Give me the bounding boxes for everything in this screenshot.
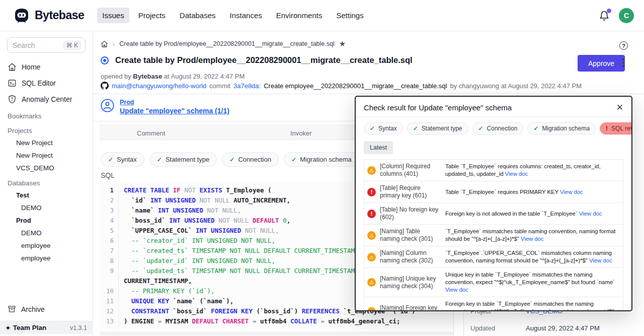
vcs-branch-link[interactable]: main@changyuwong/hello-world bbox=[112, 82, 206, 90]
shield-icon bbox=[8, 95, 17, 104]
archive-icon bbox=[8, 305, 16, 313]
environment-group-prod: Prod bbox=[0, 214, 93, 227]
sidebar-item-demo[interactable]: DEMO bbox=[0, 201, 93, 214]
sidebar-item-new-project[interactable]: New Project bbox=[0, 149, 93, 162]
nav-item-settings[interactable]: Settings bbox=[331, 8, 368, 23]
modal-header: Check result for Update "employee" schem… bbox=[356, 97, 631, 117]
check-pill-syntax[interactable]: ✓Syntax bbox=[101, 152, 144, 167]
issue-title-row: Create table by Prod/employee__202208290… bbox=[101, 55, 413, 65]
check-pill-migration-schema[interactable]: ✓Migration schema bbox=[284, 152, 359, 167]
check-icon: ✓ bbox=[533, 125, 538, 132]
search-box[interactable]: ⌘ K bbox=[7, 37, 86, 53]
check-description: Foreign key is not allowed in the table … bbox=[445, 210, 619, 218]
sidebar-item-employee[interactable]: employee bbox=[0, 239, 93, 252]
nav-item-projects[interactable]: Projects bbox=[133, 8, 171, 23]
issue-status-icon bbox=[101, 56, 109, 64]
bytebase-logo[interactable]: Bytebase bbox=[13, 7, 84, 24]
close-icon[interactable]: ✕ bbox=[616, 103, 623, 112]
check-pill-label: SQL review bbox=[611, 125, 632, 132]
code-line-text: -- PRIMARY KEY (`id`), bbox=[119, 286, 215, 296]
sidebar-item-new-project[interactable]: New Project bbox=[0, 137, 93, 149]
topnav-right: C bbox=[599, 8, 634, 23]
check-result-row: ![Table] Require primary key (601)Table … bbox=[364, 181, 623, 203]
breadcrumb-page[interactable]: Create table by Prod/employee__202208290… bbox=[119, 40, 334, 47]
stage-environment-link[interactable]: Prod bbox=[120, 99, 229, 106]
sidebar-nav: HomeSQL EditorAnomaly Center bbox=[0, 59, 93, 107]
view-doc-link[interactable]: View doc bbox=[560, 189, 583, 195]
check-pill-label: Migration schema bbox=[300, 156, 352, 163]
check-pill-connection[interactable]: ✓Connection bbox=[472, 122, 524, 135]
home-icon bbox=[8, 62, 17, 72]
nav-item-issues[interactable]: Issues bbox=[97, 8, 129, 23]
check-pill-connection[interactable]: ✓Connection bbox=[222, 152, 279, 167]
issue-more-menu[interactable] bbox=[621, 57, 625, 68]
check-rule-name: [Table] No foreign key (602) bbox=[380, 206, 439, 221]
view-doc-link[interactable]: View doc bbox=[445, 287, 468, 293]
code-line-text: -- `created_ts` TIMESTAMP NOT NULL DEFAU… bbox=[119, 246, 362, 256]
plan-bar[interactable]: ✦ Team Plan v1.3.1 bbox=[0, 321, 93, 334]
nav-item-environments[interactable]: Environments bbox=[271, 8, 328, 23]
check-description: Unique key in table `T_Employee` mismatc… bbox=[445, 271, 619, 294]
panel-label: Updated bbox=[470, 324, 526, 332]
check-pill-statement-type[interactable]: ✓Statement type bbox=[149, 152, 217, 167]
assignee-icon bbox=[101, 99, 114, 115]
line-number: 6 bbox=[100, 236, 119, 246]
line-number: 10 bbox=[100, 286, 119, 296]
user-avatar[interactable]: C bbox=[619, 8, 634, 23]
sql-section-label: SQL bbox=[101, 171, 115, 179]
help-icon[interactable]: ? bbox=[619, 41, 628, 50]
sidebar-item-archive[interactable]: Archive bbox=[0, 301, 93, 317]
check-pill-label: Statement type bbox=[166, 156, 209, 163]
sidebar-item-home[interactable]: Home bbox=[0, 59, 93, 75]
code-line-text: `id` INT UNSIGNED NOT NULL AUTO_INCREMEN… bbox=[119, 195, 290, 206]
line-number: 3 bbox=[100, 206, 119, 216]
breadcrumb-separator: › bbox=[113, 40, 115, 48]
check-pill-syntax[interactable]: ✓Syntax bbox=[364, 122, 403, 135]
sidebar-item-sql-editor[interactable]: SQL Editor bbox=[0, 75, 93, 91]
sidebar-item-employee[interactable]: employee bbox=[0, 252, 93, 264]
check-description: `T_Employee` mismatches table naming con… bbox=[445, 228, 619, 243]
approve-button[interactable]: Approve bbox=[578, 55, 625, 72]
breadcrumb-home-icon[interactable] bbox=[101, 40, 108, 48]
check-pill-migration-schema[interactable]: ✓Migration schema bbox=[527, 122, 596, 135]
view-doc-link[interactable]: View doc bbox=[589, 257, 612, 263]
check-result-row: ⚠[Naming] Unique key naming check (304)U… bbox=[364, 268, 623, 297]
column-header-comment: Comment bbox=[137, 129, 165, 137]
code-horizontal-scrollbar[interactable] bbox=[100, 331, 453, 335]
latest-button[interactable]: Latest bbox=[364, 141, 393, 154]
sidebar-item-label: Anomaly Center bbox=[22, 95, 72, 103]
check-result-row: ⚠[Naming] Table naming check (301)`T_Emp… bbox=[364, 225, 623, 246]
nav-item-databases[interactable]: Databases bbox=[175, 8, 221, 23]
check-results-list: ⚠[Column] Required columns (401)Table `T… bbox=[364, 159, 623, 311]
check-rule-name: [Column] Required columns (401) bbox=[380, 163, 439, 178]
line-number: 7 bbox=[100, 246, 119, 256]
check-pill-label: Connection bbox=[238, 156, 271, 163]
environment-group-test: Test bbox=[0, 189, 93, 201]
line-number: 12 bbox=[100, 306, 119, 316]
warning-icon: ⚠ bbox=[367, 231, 376, 240]
vcs-author: by changyuwong at August 29, 2022 4:47 P… bbox=[450, 82, 582, 90]
nav-item-instances[interactable]: Instances bbox=[225, 8, 267, 23]
bookmark-star-icon[interactable]: ★ bbox=[339, 39, 346, 48]
sidebar-item-vcs-demo[interactable]: VCS_DEMO bbox=[0, 162, 93, 174]
check-icon: ✓ bbox=[157, 156, 162, 163]
view-doc-link[interactable]: View doc bbox=[505, 171, 528, 177]
vcs-commit-link[interactable]: 3a7e8da: bbox=[233, 82, 261, 90]
check-result-row: ⚠[Column] Required columns (401)Table `T… bbox=[364, 160, 623, 181]
sidebar-item-demo[interactable]: DEMO bbox=[0, 227, 93, 239]
stage-task-link[interactable]: Update "employee" schema (1/1) bbox=[120, 107, 229, 115]
view-doc-link[interactable]: View doc bbox=[579, 211, 602, 217]
view-doc-link[interactable]: View doc bbox=[521, 236, 544, 242]
modal-title: Check result for Update "employee" schem… bbox=[364, 103, 512, 112]
search-input[interactable] bbox=[13, 41, 58, 49]
check-pill-sql-review[interactable]: !SQL review bbox=[600, 122, 632, 135]
check-pill-label: Syntax bbox=[117, 156, 137, 163]
line-number: 5 bbox=[100, 226, 119, 236]
line-number bbox=[100, 276, 119, 286]
error-mark-icon: ! bbox=[606, 125, 608, 132]
code-line-text: `UPPER_CASE_COL` INT UNSIGNED NOT NULL, bbox=[119, 226, 279, 236]
check-pill-statement-type[interactable]: ✓Statement type bbox=[407, 122, 468, 135]
notifications-bell-icon[interactable] bbox=[599, 10, 610, 22]
sidebar-item-anomaly-center[interactable]: Anomaly Center bbox=[0, 91, 93, 107]
code-line-text: `boss_id` INT UNSIGNED NOT NULL DEFAULT … bbox=[119, 216, 290, 226]
